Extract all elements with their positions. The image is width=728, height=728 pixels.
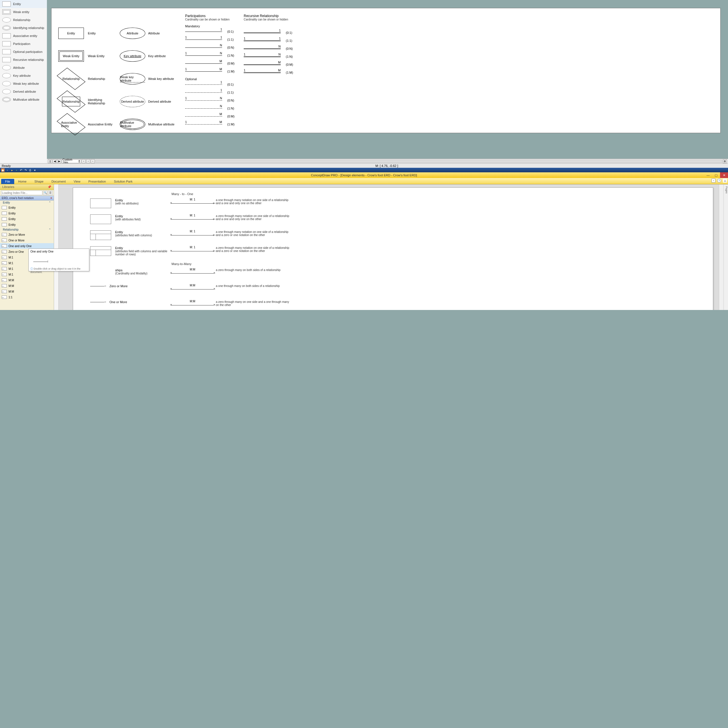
relation-line[interactable]: ⪤⊢: [171, 235, 214, 236]
palette-item[interactable]: Associative entity: [0, 32, 47, 40]
cardinality-line[interactable]: 1M(1:M): [185, 122, 242, 126]
library-shape-item[interactable]: Entity: [0, 222, 54, 228]
more-icon[interactable]: ▾: [33, 168, 37, 172]
page-nav-icon[interactable]: ▫: [86, 159, 90, 163]
relation-line[interactable]: ⪤⪤: [171, 273, 214, 274]
erd-attribute-shape[interactable]: Attribute: [120, 28, 145, 39]
erd-shape[interactable]: Weak Entity: [58, 50, 84, 62]
library-shape-item[interactable]: —M:M: [0, 283, 54, 289]
page-nav-icon[interactable]: ▫: [82, 159, 86, 163]
ribbon-tab[interactable]: Presentation: [84, 179, 110, 184]
undo-icon[interactable]: ↶: [19, 168, 23, 172]
vertical-scrollbar[interactable]: [719, 185, 723, 310]
palette-item[interactable]: Weak key attribute: [0, 80, 47, 87]
entity-shape[interactable]: [90, 246, 111, 256]
browse-button[interactable]: ☰: [48, 191, 53, 195]
library-shape-item[interactable]: —1:1: [0, 294, 54, 300]
relation-line[interactable]: ⪤⪤: [171, 305, 214, 306]
cardinality-line[interactable]: 1(0:1): [244, 31, 301, 35]
palette-item[interactable]: Identifying relationship: [0, 24, 47, 32]
erd-shape[interactable]: Relationship: [61, 96, 81, 107]
close-category-icon[interactable]: ×: [50, 196, 52, 200]
scroll-pause-icon[interactable]: ‖: [48, 159, 52, 163]
cardinality-line[interactable]: 1(0:1): [185, 83, 242, 86]
entity-shape[interactable]: [90, 199, 111, 208]
cardinality-line[interactable]: N(1:N): [185, 106, 242, 110]
erd-attribute-shape[interactable]: Derived attribute: [120, 96, 145, 107]
palette-item[interactable]: Weak entity: [0, 8, 47, 16]
relationship-group[interactable]: Relationship⌃: [0, 228, 54, 232]
zoom-field[interactable]: Custom 79%▲▼: [62, 159, 81, 163]
entity-shape[interactable]: [90, 214, 111, 224]
erd-shape[interactable]: Relationship: [61, 73, 81, 84]
erd-attribute-shape[interactable]: Key attribute: [120, 50, 145, 62]
palette-item[interactable]: Relationship: [0, 16, 47, 24]
open-icon[interactable]: ▸: [10, 168, 14, 172]
cardinality-line[interactable]: 1M(1:M): [185, 69, 242, 73]
relation-line[interactable]: ⪤⊢: [171, 219, 214, 220]
maximize-button[interactable]: ▢: [712, 172, 720, 178]
erd-attribute-shape[interactable]: Weak key attribute: [120, 73, 145, 84]
library-shape-item[interactable]: —One or More: [0, 237, 54, 243]
library-shape-item[interactable]: —One and only One: [0, 243, 54, 249]
file-tab[interactable]: File: [1, 179, 14, 184]
palette-item[interactable]: Derived attribute: [0, 87, 47, 96]
palette-item[interactable]: Attribute: [0, 64, 47, 72]
search-button[interactable]: 🔍: [43, 191, 47, 195]
erd-shape[interactable]: Associative Entity: [61, 119, 81, 130]
palette-item[interactable]: Multivalue attribute: [0, 96, 47, 104]
entity-group[interactable]: Entity⌃: [0, 200, 54, 205]
scroll-right-icon[interactable]: ▶: [57, 159, 61, 163]
cardinality-line[interactable]: 1N(1:N): [244, 55, 301, 58]
library-shape-item[interactable]: —M:M: [0, 277, 54, 283]
cardinality-line[interactable]: 1(1:1): [185, 90, 242, 95]
search-input[interactable]: [1, 191, 42, 195]
cardinality-line[interactable]: 11(1:1): [185, 38, 242, 41]
cardinality-line[interactable]: 1(0:1): [185, 29, 242, 34]
pages-tab[interactable]: Pages: [723, 185, 728, 310]
library-shape-item[interactable]: —M:M: [0, 289, 54, 294]
horizontal-scroll-bar[interactable]: ‖ ◀ ▶ Custom 79%▲▼ ▫ ▫ ▫ ⊞: [47, 159, 728, 163]
library-shape-item[interactable]: Entity: [0, 205, 54, 210]
palette-item[interactable]: Recursive relationship: [0, 56, 47, 64]
presentation-icon[interactable]: ▫: [711, 179, 716, 183]
cardinality-line[interactable]: M(0:M): [185, 61, 242, 66]
collapse-ribbon-icon[interactable]: △: [723, 179, 727, 183]
cardinality-line[interactable]: 11(1:1): [244, 39, 301, 43]
cardinality-line[interactable]: N(0:N): [244, 47, 301, 50]
ribbon-tab[interactable]: Document: [47, 179, 70, 184]
document-canvas[interactable]: Many - to - OneEntity(with no attributes…: [73, 187, 713, 310]
cardinality-line[interactable]: M(0:M): [185, 114, 242, 118]
palette-item[interactable]: Entity: [0, 0, 47, 8]
pin-icon[interactable]: 📌: [47, 185, 52, 189]
page-nav-icon[interactable]: ▫: [91, 159, 95, 163]
cardinality-line[interactable]: N(0:N): [185, 46, 242, 49]
library-shape-item[interactable]: —Zero or More: [0, 232, 54, 237]
ribbon-tab[interactable]: View: [70, 179, 84, 184]
relation-sample-line[interactable]: ○: [90, 286, 104, 286]
app-icon[interactable]: ◆: [1, 168, 5, 172]
collapse-icon[interactable]: ⌃: [49, 201, 51, 204]
erd-shape[interactable]: Entity: [58, 28, 84, 39]
library-category[interactable]: ERD, crow's foot notation ×: [0, 196, 54, 200]
save-icon[interactable]: ▪: [15, 168, 18, 172]
print-icon[interactable]: ⎙: [28, 168, 32, 172]
library-shape-item[interactable]: Entity: [0, 216, 54, 222]
palette-item[interactable]: Key attribute: [0, 72, 47, 80]
stepper-icon[interactable]: ▲▼: [78, 159, 80, 163]
cardinality-line[interactable]: M(0:M): [244, 63, 301, 67]
minimize-button[interactable]: —: [704, 172, 712, 178]
fit-icon[interactable]: ⊞: [723, 159, 727, 163]
new-icon[interactable]: ▫: [6, 168, 9, 172]
palette-item[interactable]: Optional participation: [0, 48, 47, 56]
relation-sample-line[interactable]: ○: [90, 302, 104, 302]
scroll-left-icon[interactable]: ◀: [53, 159, 57, 163]
ribbon-tab[interactable]: Shape: [31, 179, 47, 184]
ribbon-tab[interactable]: Solution Park: [110, 179, 136, 184]
library-shape-item[interactable]: Entity: [0, 210, 54, 216]
palette-item[interactable]: Participation: [0, 40, 47, 48]
collapse-icon[interactable]: ⌃: [49, 228, 51, 231]
cardinality-line[interactable]: 1M(1:M): [244, 70, 301, 75]
cardinality-line[interactable]: 1N(1:N): [185, 54, 242, 57]
scrollbar-track[interactable]: [95, 160, 722, 163]
